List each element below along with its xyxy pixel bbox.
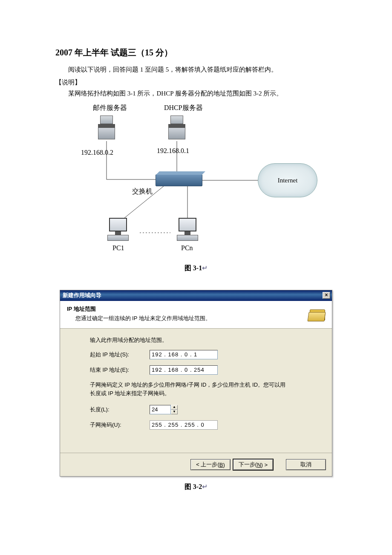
dhcp-wizard-dialog: 新建作用域向导 × IP 地址范围 您通过确定一组连续的 IP 地址来定义作用域… (60, 290, 332, 477)
subnet-mask-label: 子网掩码(U): (90, 421, 150, 429)
dialog-title: 新建作用域向导 (63, 292, 101, 299)
switch-icon (156, 174, 202, 186)
dialog-titlebar: 新建作用域向导 × (60, 290, 332, 301)
figure-3-1-caption: 图 3-1↵ (55, 264, 337, 273)
page-title: 2007 年上半年 试题三（15 分） (55, 47, 337, 58)
figure-3-2-caption: 图 3-2↵ (60, 483, 332, 491)
intro-paragraph: 阅读以下说明，回答问题 1 至问题 5，将解答填入答题纸对应的解答栏内。 (55, 64, 337, 75)
section-label: 【说明】 (55, 77, 337, 87)
dhcp-server-icon (168, 116, 185, 139)
close-icon: × (325, 292, 328, 298)
cancel-button[interactable]: 取消 (286, 459, 326, 470)
dialog-header: IP 地址范围 您通过确定一组连续的 IP 地址来定义作用域地址范围。 (60, 301, 332, 329)
back-button[interactable]: < 上一步(B) (190, 459, 231, 470)
next-button[interactable]: 下一步(N) > (233, 459, 273, 470)
length-spinner[interactable]: 24 ▲ ▼ (150, 405, 178, 414)
start-ip-label: 起始 IP 地址(S): (90, 351, 150, 358)
close-button[interactable]: × (323, 292, 330, 299)
end-ip-label: 结束 IP 地址(E): (90, 366, 150, 374)
mask-explanation: 子网掩码定义 IP 地址的多少位用作网络/子网 ID，多少位用作主机 ID。您可… (90, 381, 290, 397)
mail-server-ip: 192.168.0.2 (81, 149, 113, 156)
body-paragraph: 某网络拓扑结构如图 3-1 所示，DHCP 服务器分配的地址范围如图 3-2 所… (55, 88, 337, 98)
dhcp-server-ip: 192.168.0.1 (157, 147, 189, 155)
pcn-label: PCn (181, 244, 193, 252)
folder-icon (308, 305, 327, 322)
network-diagram: 邮件服务器 192.168.0.2 DHCP服务器 192.168.0.1 交换… (68, 103, 324, 260)
mail-server-label: 邮件服务器 (93, 104, 127, 113)
end-ip-input[interactable]: 192 . 168 . 0 . 254 (150, 365, 218, 375)
switch-label: 交换机 (132, 187, 153, 196)
start-ip-input[interactable]: 192 . 168 . 0 . 1 (150, 350, 218, 359)
internet-cloud-icon: Internet (258, 163, 317, 197)
header-title: IP 地址范围 (67, 305, 211, 313)
length-value[interactable]: 24 (150, 405, 171, 414)
header-description: 您通过确定一组连续的 IP 地址来定义作用域地址范围。 (75, 315, 211, 322)
pc1-label: PC1 (112, 244, 124, 252)
instruction-text: 输入此作用域分配的地址范围。 (90, 336, 321, 344)
dhcp-server-label: DHCP服务器 (164, 104, 203, 113)
dialog-button-row: < 上一步(B) 下一步(N) > 取消 (60, 453, 332, 476)
mail-server-icon (98, 116, 115, 139)
subnet-mask-input[interactable]: 255 . 255 . 255 . 0 (150, 420, 218, 430)
pcn-icon (177, 218, 198, 241)
spinner-up-icon[interactable]: ▲ (171, 405, 178, 410)
pc1-icon (107, 218, 129, 241)
spinner-down-icon[interactable]: ▼ (171, 410, 178, 414)
length-label: 长度(L): (90, 406, 150, 413)
internet-label: Internet (278, 177, 298, 184)
